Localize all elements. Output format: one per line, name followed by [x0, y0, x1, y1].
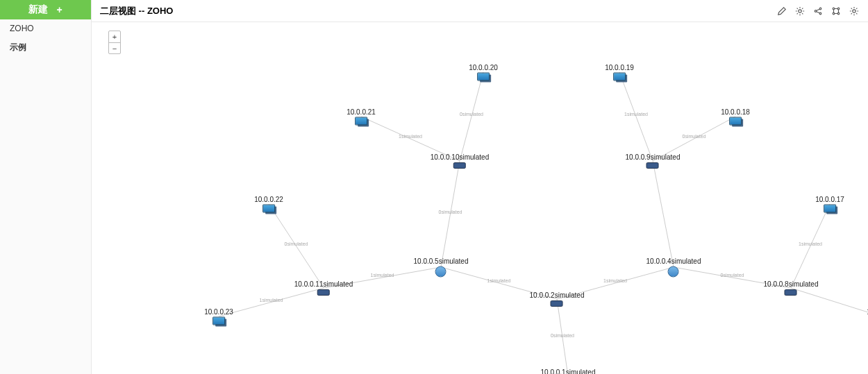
topology-node[interactable]: 10.0.0.8simulated [764, 280, 819, 296]
desktop-icon [729, 117, 742, 126]
edit-icon[interactable] [776, 6, 787, 17]
topology-edge [619, 72, 653, 161]
topology-node[interactable]: 10.0.0.1simulated [541, 368, 596, 374]
node-label: 10.0.0.2simulated [530, 291, 585, 299]
topology-node[interactable]: 10.0.0.17 [815, 196, 844, 213]
plus-icon: + [56, 4, 62, 15]
node-label: 10.0.0.8simulated [764, 280, 819, 288]
svg-point-6 [833, 12, 835, 15]
config-icon[interactable] [849, 6, 860, 17]
svg-point-7 [837, 12, 840, 15]
share-icon[interactable] [812, 6, 824, 17]
topology-edge [441, 161, 460, 267]
node-label: 10.0.0.4simulated [646, 257, 701, 265]
node-label: 10.0.0.9simulated [626, 153, 681, 161]
node-label: 10.0.0.23 [204, 308, 233, 316]
svg-point-1 [815, 10, 817, 12]
topology-node[interactable]: 10.0.0.10simulated [431, 153, 490, 169]
topology-node[interactable]: 10.0.0.5simulated [414, 257, 469, 278]
svg-point-0 [799, 9, 801, 12]
switch-icon [785, 289, 797, 296]
sidebar-item-example[interactable]: 示例 [0, 37, 91, 58]
topology-edge [269, 204, 324, 288]
svg-point-2 [819, 8, 821, 10]
page-title: 二层视图 -- ZOHO [100, 5, 173, 17]
node-label: 10.0.0.22 [254, 196, 283, 203]
topology-canvas[interactable]: + − 0simulated1simulated1simulated0simul… [92, 22, 868, 374]
topology-edge [791, 204, 830, 288]
topology-node[interactable]: 10.0.0.19 [605, 64, 634, 81]
switch-icon [551, 300, 563, 307]
node-label: 10.0.0.20 [469, 64, 498, 71]
node-label: 10.0.0.5simulated [414, 257, 469, 265]
svg-point-8 [853, 9, 856, 12]
topology-edge [557, 299, 568, 374]
new-button[interactable]: 新建 + [0, 0, 91, 19]
topology-node[interactable]: 10.0.0.11simulated [294, 280, 353, 296]
router-icon [435, 266, 446, 278]
topology-node[interactable]: 10.0.0.23 [204, 308, 233, 325]
topology-edge [653, 161, 674, 267]
sidebar-item-zoho[interactable]: ZOHO [0, 19, 91, 37]
topology-node[interactable]: 10.0.0.21 [347, 108, 376, 126]
topology-node[interactable]: 10.0.0.20 [469, 64, 498, 81]
gear-icon[interactable] [794, 6, 806, 17]
topology-node[interactable]: 10.0.0.9simulated [626, 153, 681, 169]
desktop-icon [477, 73, 490, 81]
svg-point-3 [819, 12, 821, 15]
node-label: 10.0.0.17 [815, 196, 844, 203]
desktop-icon [262, 205, 275, 213]
node-label: 10.0.0.10simulated [431, 153, 490, 161]
switch-icon [453, 162, 466, 169]
switch-icon [317, 289, 330, 296]
node-label: 10.0.0.21 [347, 108, 376, 116]
router-icon [668, 266, 679, 278]
topology-edge [460, 72, 483, 161]
layout-icon[interactable] [831, 6, 842, 17]
sidebar: 新建 + ZOHO 示例 [0, 0, 92, 374]
desktop-icon [355, 117, 367, 126]
desktop-icon [212, 317, 225, 325]
svg-point-5 [837, 8, 840, 10]
svg-point-4 [833, 8, 835, 10]
node-label: 10.0.0.1simulated [541, 368, 596, 374]
node-label: 10.0.0.11simulated [294, 280, 353, 288]
desktop-icon [824, 205, 836, 213]
topology-node[interactable]: 10.0.0.18 [721, 108, 750, 126]
toolbar [776, 6, 860, 17]
node-label: 10.0.0.18 [721, 108, 750, 116]
new-button-label: 新建 [28, 3, 48, 16]
desktop-icon [613, 73, 626, 81]
switch-icon [646, 162, 659, 169]
topology-node[interactable]: 10.0.0.22 [254, 196, 283, 213]
topology-node[interactable]: 10.0.0.4simulated [646, 257, 701, 278]
page-header: 二层视图 -- ZOHO [92, 0, 868, 22]
topology-node[interactable]: 10.0.0.2simulated [530, 291, 585, 307]
node-label: 10.0.0.19 [605, 64, 634, 71]
